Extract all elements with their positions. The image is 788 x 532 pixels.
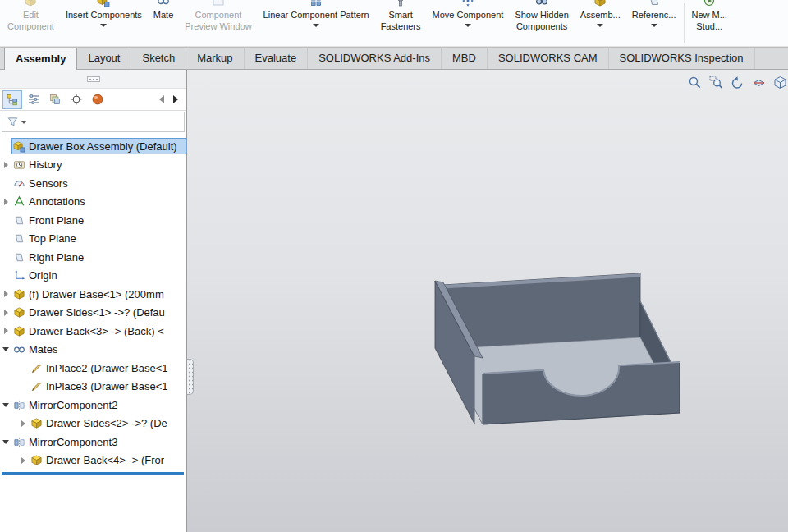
tree-item-drawer-back-3[interactable]: Drawer Back<3> -> (Back) < (0, 322, 186, 341)
tab-dimxpertmanager[interactable] (66, 90, 86, 109)
dimxpertmanager-icon (70, 93, 83, 106)
tree-item-origin[interactable]: Origin (0, 267, 186, 286)
tree-item-sensors[interactable]: Sensors (0, 174, 186, 193)
tree-item-drawer-sides-2[interactable]: Drawer Sides<2> ->? (De (0, 415, 186, 433)
tree-item-inplace2[interactable]: InPlace2 (Drawer Base<1 (0, 359, 186, 378)
toolbar-button-linear-component-pattern[interactable]: Linear Component Pattern (258, 0, 375, 46)
featuremanager-tree-icon (6, 93, 19, 106)
toolbar-button-smart-fasteners[interactable]: Smart Fasteners (375, 0, 427, 46)
toolbar-button-insert-components[interactable]: Insert Components (60, 0, 148, 46)
toolbar-button-label: Preview Window (185, 21, 251, 32)
toolbar-button-new-motion-study[interactable]: New M... Stud... (686, 0, 733, 46)
toolbar-button-label: Components (516, 21, 567, 32)
previous-view-icon[interactable] (731, 76, 744, 89)
toolbar-button-move-component[interactable]: Move Component (427, 0, 510, 46)
expand-collapsed-icon[interactable] (21, 420, 25, 427)
mirror-component-icon (13, 436, 26, 448)
tab-propertymanager[interactable] (24, 90, 44, 109)
inplace-mate-icon (30, 362, 44, 374)
expand-collapsed-icon[interactable] (4, 328, 8, 334)
toolbar-button-label: Linear Component Pattern (263, 9, 369, 21)
expand-collapsed-icon[interactable] (21, 457, 25, 464)
tab-solidworks-inspection[interactable]: SOLIDWORKS Inspection (609, 48, 755, 69)
solidworks-window: Edit Component Insert Components Mate Co… (0, 0, 788, 532)
expand-expanded-icon[interactable] (2, 403, 9, 407)
toolbar-button-label: Edit (23, 9, 39, 21)
toolbar-button-reference-geometry[interactable]: Referenc... (626, 0, 682, 46)
mates-icon (13, 343, 26, 355)
expand-collapsed-icon[interactable] (4, 199, 8, 205)
feature-tree: Drawer Box Assembly (Default) History Se… (0, 133, 186, 532)
part-icon (13, 288, 26, 300)
dropdown-caret-icon[interactable] (651, 24, 657, 27)
expand-collapsed-icon[interactable] (4, 291, 8, 297)
panel-splitter-grip-icon[interactable] (87, 76, 100, 82)
tree-item-mirrorcomponent3[interactable]: MirrorComponent3 (0, 433, 186, 452)
tree-item-drawer-box-assembly[interactable]: Drawer Box Assembly (Default) (0, 137, 186, 156)
sensors-icon (13, 177, 26, 190)
toolbar-button-label: Smart (388, 9, 412, 21)
tab-featuremanager-tree[interactable] (2, 90, 22, 109)
tab-assembly[interactable]: Assembly (4, 48, 77, 70)
tree-item-label: Origin (29, 269, 57, 282)
tree-item-top-plane[interactable]: Top Plane (0, 230, 186, 249)
zoom-to-area-icon[interactable] (709, 76, 723, 89)
dropdown-caret-icon[interactable] (465, 24, 471, 27)
tree-item-label: Drawer Sides<1> ->? (Defau (29, 306, 165, 319)
expand-collapsed-icon[interactable] (4, 310, 8, 316)
tree-item-drawer-back-4[interactable]: Drawer Back<4> -> (Fror (0, 452, 186, 470)
graphics-area[interactable] (187, 70, 788, 532)
tab-displaymanager[interactable] (88, 90, 108, 109)
dropdown-caret-icon[interactable] (313, 24, 319, 27)
expand-collapsed-icon[interactable] (4, 162, 8, 168)
toolbar-button-component-preview-window[interactable]: Component Preview Window (179, 0, 257, 46)
toolbar-button-assembly-features[interactable]: Assemb... (575, 0, 626, 46)
assembly-icon (13, 140, 26, 153)
show-hidden-components-icon (535, 0, 548, 7)
tree-item-label: Drawer Box Assembly (Default) (29, 140, 177, 153)
tree-item-label: MirrorComponent2 (29, 399, 117, 411)
tab-mbd[interactable]: MBD (442, 48, 488, 69)
tree-filter-input[interactable] (2, 112, 185, 132)
tree-item-annotations[interactable]: Annotations (0, 193, 186, 212)
tree-item-right-plane[interactable]: Right Plane (0, 248, 186, 267)
toolbar-button-label: Referenc... (632, 9, 676, 21)
tree-item-front-plane[interactable]: Front Plane (0, 211, 186, 230)
dropdown-caret-icon[interactable] (597, 24, 603, 27)
main-area: Drawer Box Assembly (Default) History Se… (0, 70, 788, 532)
tab-configurationmanager[interactable] (45, 90, 65, 109)
tab-sketch[interactable]: Sketch (131, 48, 186, 69)
tree-item-history[interactable]: History (0, 156, 186, 175)
tab-solidworks-add-ins[interactable]: SOLIDWORKS Add-Ins (308, 48, 442, 69)
tab-solidworks-cam[interactable]: SOLIDWORKS CAM (488, 48, 609, 69)
toolbar-group-separator (684, 3, 685, 43)
tree-end-bar (2, 472, 184, 475)
expand-expanded-icon[interactable] (2, 347, 9, 351)
tree-item-inplace3[interactable]: InPlace3 (Drawer Base<1 (0, 378, 186, 397)
part-icon (30, 417, 44, 429)
scroll-right-icon[interactable] (173, 95, 178, 103)
tab-layout[interactable]: Layout (77, 48, 131, 69)
panel-splitter[interactable] (0, 70, 186, 89)
tree-item-mirrorcomponent2[interactable]: MirrorComponent2 (0, 396, 186, 415)
reference-geometry-icon (648, 0, 661, 7)
expand-expanded-icon[interactable] (2, 440, 9, 444)
zoom-to-fit-icon[interactable] (688, 76, 702, 89)
toolbar-button-edit-component[interactable]: Edit Component (2, 0, 60, 46)
model-drawer-box[interactable] (187, 70, 787, 532)
tab-evaluate[interactable]: Evaluate (245, 48, 309, 69)
tree-item-mates[interactable]: Mates (0, 341, 186, 360)
tree-item-drawer-base-1[interactable]: (f) Drawer Base<1> (200mm (0, 285, 186, 304)
section-view-icon[interactable] (752, 76, 766, 89)
filter-caret-icon[interactable] (21, 121, 26, 124)
scroll-left-icon[interactable] (159, 95, 164, 103)
panel-collapse-handle[interactable] (187, 359, 194, 395)
tab-markup[interactable]: Markup (186, 48, 244, 69)
dropdown-caret-icon[interactable] (100, 24, 107, 27)
toolbar-button-show-hidden-components[interactable]: Show Hidden Components (509, 0, 574, 46)
configurationmanager-icon (48, 93, 62, 106)
view-orientation-icon[interactable] (773, 76, 787, 89)
tree-item-drawer-sides-1[interactable]: Drawer Sides<1> ->? (Defau (0, 304, 186, 323)
toolbar-button-mate[interactable]: Mate (148, 0, 179, 46)
part-icon (13, 325, 26, 337)
